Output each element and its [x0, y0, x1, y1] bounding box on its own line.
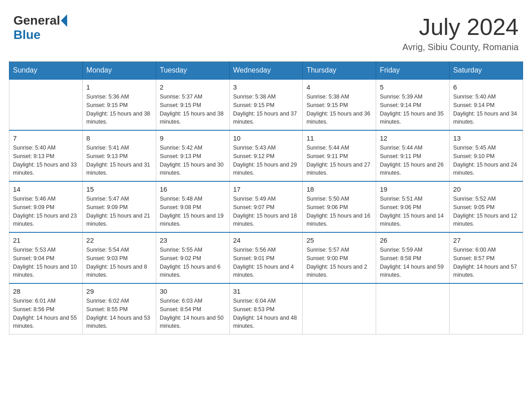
calendar-cell: 25Sunrise: 5:57 AMSunset: 9:00 PMDayligh…: [303, 232, 376, 283]
day-info: Sunrise: 5:45 AMSunset: 9:10 PMDaylight:…: [453, 144, 519, 177]
calendar-cell: [450, 283, 523, 334]
day-number: 27: [453, 236, 519, 244]
day-number: 10: [233, 134, 299, 142]
col-header-friday: Friday: [376, 62, 450, 80]
day-info: Sunrise: 5:54 AMSunset: 9:03 PMDaylight:…: [86, 246, 152, 279]
calendar-header-row: SundayMondayTuesdayWednesdayThursdayFrid…: [9, 62, 523, 80]
day-number: 21: [13, 236, 79, 244]
calendar-cell: 31Sunrise: 6:04 AMSunset: 8:53 PMDayligh…: [229, 283, 303, 334]
day-info: Sunrise: 6:04 AMSunset: 8:53 PMDaylight:…: [233, 297, 299, 330]
day-number: 9: [160, 134, 226, 142]
day-number: 25: [306, 236, 372, 244]
day-info: Sunrise: 6:01 AMSunset: 8:56 PMDaylight:…: [13, 297, 79, 330]
month-title: July 2024: [403, 13, 519, 40]
title-area: July 2024 Avrig, Sibiu County, Romania: [403, 13, 519, 52]
day-number: 24: [233, 236, 299, 244]
calendar-cell: 5Sunrise: 5:39 AMSunset: 9:14 PMDaylight…: [376, 79, 450, 130]
col-header-thursday: Thursday: [303, 62, 376, 80]
day-number: 14: [13, 185, 79, 193]
day-info: Sunrise: 6:02 AMSunset: 8:55 PMDaylight:…: [86, 297, 152, 330]
calendar-cell: 15Sunrise: 5:47 AMSunset: 9:09 PMDayligh…: [82, 181, 156, 232]
calendar-cell: 3Sunrise: 5:38 AMSunset: 9:15 PMDaylight…: [229, 79, 303, 130]
calendar-cell: 14Sunrise: 5:46 AMSunset: 9:09 PMDayligh…: [9, 181, 83, 232]
day-number: 11: [306, 134, 372, 142]
day-number: 16: [160, 185, 226, 193]
calendar-cell: 18Sunrise: 5:50 AMSunset: 9:06 PMDayligh…: [303, 181, 376, 232]
day-info: Sunrise: 5:41 AMSunset: 9:13 PMDaylight:…: [86, 144, 152, 177]
calendar-cell: 4Sunrise: 5:38 AMSunset: 9:15 PMDaylight…: [303, 79, 376, 130]
calendar-cell: 17Sunrise: 5:49 AMSunset: 9:07 PMDayligh…: [229, 181, 303, 232]
day-number: 6: [453, 83, 519, 91]
day-info: Sunrise: 5:46 AMSunset: 9:09 PMDaylight:…: [13, 195, 79, 228]
day-info: Sunrise: 6:03 AMSunset: 8:54 PMDaylight:…: [160, 297, 226, 330]
day-info: Sunrise: 5:40 AMSunset: 9:14 PMDaylight:…: [453, 93, 519, 126]
col-header-tuesday: Tuesday: [156, 62, 229, 80]
day-number: 13: [453, 134, 519, 142]
day-info: Sunrise: 5:51 AMSunset: 9:06 PMDaylight:…: [380, 195, 446, 228]
day-number: 3: [233, 83, 299, 91]
day-number: 23: [160, 236, 226, 244]
day-number: 18: [306, 185, 372, 193]
day-info: Sunrise: 5:44 AMSunset: 9:11 PMDaylight:…: [380, 144, 446, 177]
day-info: Sunrise: 5:50 AMSunset: 9:06 PMDaylight:…: [306, 195, 372, 228]
day-info: Sunrise: 5:39 AMSunset: 9:14 PMDaylight:…: [380, 93, 446, 126]
day-number: 4: [306, 83, 372, 91]
day-number: 8: [86, 134, 152, 142]
day-info: Sunrise: 5:59 AMSunset: 8:58 PMDaylight:…: [380, 246, 446, 279]
calendar-cell: [303, 283, 376, 334]
calendar-cell: 16Sunrise: 5:48 AMSunset: 9:08 PMDayligh…: [156, 181, 229, 232]
calendar-week-5: 28Sunrise: 6:01 AMSunset: 8:56 PMDayligh…: [9, 283, 523, 334]
day-number: 30: [160, 287, 226, 295]
day-number: 19: [380, 185, 446, 193]
calendar-table: SundayMondayTuesdayWednesdayThursdayFrid…: [9, 61, 523, 334]
day-info: Sunrise: 5:57 AMSunset: 9:00 PMDaylight:…: [306, 246, 372, 279]
day-number: 15: [86, 185, 152, 193]
calendar-cell: [9, 79, 83, 130]
calendar-cell: 6Sunrise: 5:40 AMSunset: 9:14 PMDaylight…: [450, 79, 523, 130]
day-info: Sunrise: 5:42 AMSunset: 9:13 PMDaylight:…: [160, 144, 226, 177]
calendar-week-3: 14Sunrise: 5:46 AMSunset: 9:09 PMDayligh…: [9, 181, 523, 232]
calendar-cell: 8Sunrise: 5:41 AMSunset: 9:13 PMDaylight…: [82, 130, 156, 181]
day-info: Sunrise: 5:52 AMSunset: 9:05 PMDaylight:…: [453, 195, 519, 228]
calendar-cell: 13Sunrise: 5:45 AMSunset: 9:10 PMDayligh…: [450, 130, 523, 181]
page-header: General Blue July 2024 Avrig, Sibiu Coun…: [9, 9, 523, 52]
day-info: Sunrise: 5:53 AMSunset: 9:04 PMDaylight:…: [13, 246, 79, 279]
calendar-cell: 19Sunrise: 5:51 AMSunset: 9:06 PMDayligh…: [376, 181, 450, 232]
calendar-cell: 22Sunrise: 5:54 AMSunset: 9:03 PMDayligh…: [82, 232, 156, 283]
calendar-cell: 27Sunrise: 6:00 AMSunset: 8:57 PMDayligh…: [450, 232, 523, 283]
day-info: Sunrise: 5:49 AMSunset: 9:07 PMDaylight:…: [233, 195, 299, 228]
day-number: 22: [86, 236, 152, 244]
day-info: Sunrise: 5:38 AMSunset: 9:15 PMDaylight:…: [233, 93, 299, 126]
calendar-week-2: 7Sunrise: 5:40 AMSunset: 9:13 PMDaylight…: [9, 130, 523, 181]
day-info: Sunrise: 6:00 AMSunset: 8:57 PMDaylight:…: [453, 246, 519, 279]
calendar-cell: 9Sunrise: 5:42 AMSunset: 9:13 PMDaylight…: [156, 130, 229, 181]
calendar-cell: 24Sunrise: 5:56 AMSunset: 9:01 PMDayligh…: [229, 232, 303, 283]
logo-text-blue: Blue: [13, 28, 41, 42]
day-info: Sunrise: 5:48 AMSunset: 9:08 PMDaylight:…: [160, 195, 226, 228]
calendar-cell: 21Sunrise: 5:53 AMSunset: 9:04 PMDayligh…: [9, 232, 83, 283]
day-number: 1: [86, 83, 152, 91]
logo-text-general: General: [13, 13, 60, 28]
location-title: Avrig, Sibiu County, Romania: [403, 42, 519, 52]
calendar-cell: 20Sunrise: 5:52 AMSunset: 9:05 PMDayligh…: [450, 181, 523, 232]
day-info: Sunrise: 5:44 AMSunset: 9:11 PMDaylight:…: [306, 144, 372, 177]
day-number: 12: [380, 134, 446, 142]
col-header-sunday: Sunday: [9, 62, 83, 80]
day-number: 7: [13, 134, 79, 142]
logo-icon: General Blue: [13, 13, 67, 42]
day-number: 29: [86, 287, 152, 295]
calendar-cell: 11Sunrise: 5:44 AMSunset: 9:11 PMDayligh…: [303, 130, 376, 181]
day-number: 28: [13, 287, 79, 295]
day-info: Sunrise: 5:47 AMSunset: 9:09 PMDaylight:…: [86, 195, 152, 228]
calendar-week-4: 21Sunrise: 5:53 AMSunset: 9:04 PMDayligh…: [9, 232, 523, 283]
day-number: 5: [380, 83, 446, 91]
calendar-cell: 7Sunrise: 5:40 AMSunset: 9:13 PMDaylight…: [9, 130, 83, 181]
day-number: 17: [233, 185, 299, 193]
day-info: Sunrise: 5:55 AMSunset: 9:02 PMDaylight:…: [160, 246, 226, 279]
day-number: 20: [453, 185, 519, 193]
calendar-week-1: 1Sunrise: 5:36 AMSunset: 9:15 PMDaylight…: [9, 79, 523, 130]
day-info: Sunrise: 5:37 AMSunset: 9:15 PMDaylight:…: [160, 93, 226, 126]
col-header-monday: Monday: [82, 62, 156, 80]
calendar-cell: [376, 283, 450, 334]
day-info: Sunrise: 5:56 AMSunset: 9:01 PMDaylight:…: [233, 246, 299, 279]
